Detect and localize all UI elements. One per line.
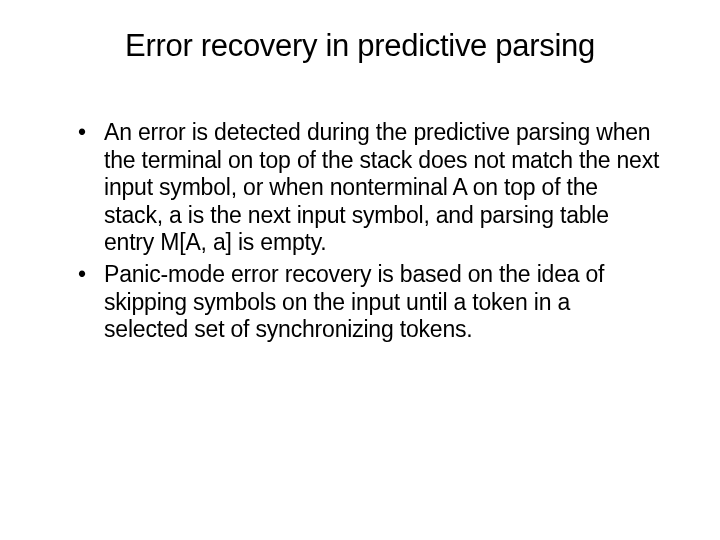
bullet-list: An error is detected during the predicti…: [60, 119, 660, 344]
slide-title: Error recovery in predictive parsing: [60, 28, 660, 64]
list-item: An error is detected during the predicti…: [74, 119, 660, 257]
list-item: Panic-mode error recovery is based on th…: [74, 261, 660, 344]
